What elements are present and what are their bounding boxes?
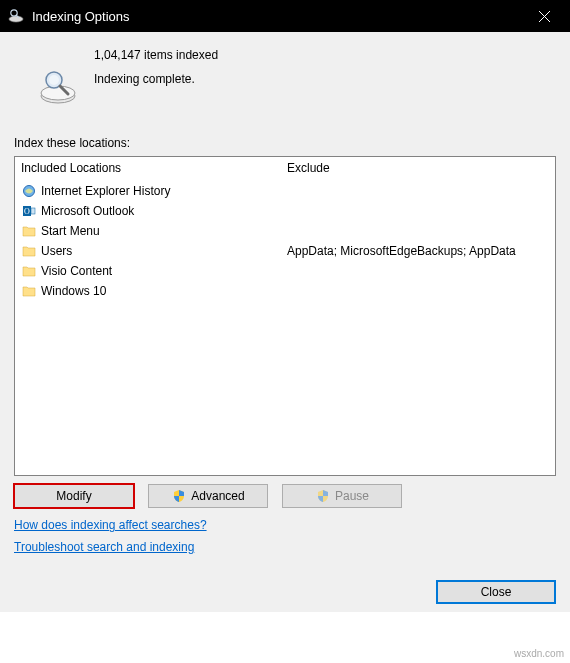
exclude-header: Exclude bbox=[287, 161, 549, 175]
list-item-label: Internet Explorer History bbox=[41, 184, 170, 198]
folder-icon bbox=[21, 243, 37, 259]
troubleshoot-link[interactable]: Troubleshoot search and indexing bbox=[14, 540, 194, 554]
indexing-icon bbox=[8, 8, 24, 24]
close-icon bbox=[539, 11, 550, 22]
folder-icon bbox=[21, 263, 37, 279]
list-item-label: Windows 10 bbox=[41, 284, 106, 298]
exclude-column: Exclude . . . AppData; MicrosoftEdgeBack… bbox=[281, 157, 555, 475]
close-button[interactable]: Close bbox=[436, 580, 556, 604]
folder-icon bbox=[21, 223, 37, 239]
list-item[interactable]: Internet Explorer History bbox=[21, 181, 275, 201]
svg-point-0 bbox=[9, 16, 23, 22]
list-item[interactable]: O Microsoft Outlook bbox=[21, 201, 275, 221]
how-indexing-link[interactable]: How does indexing affect searches? bbox=[14, 518, 207, 532]
list-item-label: Users bbox=[41, 244, 72, 258]
list-item-label: Start Menu bbox=[41, 224, 100, 238]
shield-icon bbox=[315, 488, 331, 504]
list-item[interactable]: Start Menu bbox=[21, 221, 275, 241]
locations-label: Index these locations: bbox=[14, 136, 556, 150]
svg-rect-13 bbox=[31, 208, 35, 214]
watermark: wsxdn.com bbox=[514, 648, 564, 659]
advanced-label: Advanced bbox=[191, 489, 244, 503]
pause-label: Pause bbox=[335, 489, 369, 503]
svg-point-6 bbox=[41, 86, 75, 100]
included-header: Included Locations bbox=[21, 161, 275, 175]
window-title: Indexing Options bbox=[32, 9, 522, 24]
svg-point-8 bbox=[49, 75, 59, 85]
pause-button: Pause bbox=[282, 484, 402, 508]
advanced-button[interactable]: Advanced bbox=[148, 484, 268, 508]
list-item[interactable]: Visio Content bbox=[21, 261, 275, 281]
button-row: Modify Advanced Pause bbox=[14, 484, 556, 508]
indexing-state: Indexing complete. bbox=[94, 72, 218, 86]
magnifier-icon bbox=[38, 66, 78, 106]
dialog-content: 1,04,147 items indexed Indexing complete… bbox=[0, 32, 570, 612]
list-item-label: Visio Content bbox=[41, 264, 112, 278]
outlook-icon: O bbox=[21, 203, 37, 219]
svg-text:O: O bbox=[24, 207, 30, 216]
ie-icon bbox=[21, 183, 37, 199]
indexed-count: 1,04,147 items indexed bbox=[94, 48, 218, 62]
help-links: How does indexing affect searches? Troub… bbox=[14, 518, 556, 562]
column-divider bbox=[281, 181, 282, 471]
titlebar: Indexing Options bbox=[0, 0, 570, 32]
list-item[interactable]: Windows 10 bbox=[21, 281, 275, 301]
modify-button[interactable]: Modify bbox=[14, 484, 134, 508]
folder-icon bbox=[21, 283, 37, 299]
list-item[interactable]: Users bbox=[21, 241, 275, 261]
list-item-label: Microsoft Outlook bbox=[41, 204, 134, 218]
modify-label: Modify bbox=[56, 489, 91, 503]
locations-listbox[interactable]: Included Locations Internet Explorer His… bbox=[14, 156, 556, 476]
included-column: Included Locations Internet Explorer His… bbox=[15, 157, 281, 475]
status-area: 1,04,147 items indexed Indexing complete… bbox=[14, 46, 556, 106]
shield-icon bbox=[171, 488, 187, 504]
window-close-button[interactable] bbox=[522, 0, 566, 32]
footer: Close bbox=[14, 580, 556, 604]
exclude-cell: AppData; MicrosoftEdgeBackups; AppData bbox=[287, 241, 549, 261]
status-text: 1,04,147 items indexed Indexing complete… bbox=[94, 46, 218, 106]
